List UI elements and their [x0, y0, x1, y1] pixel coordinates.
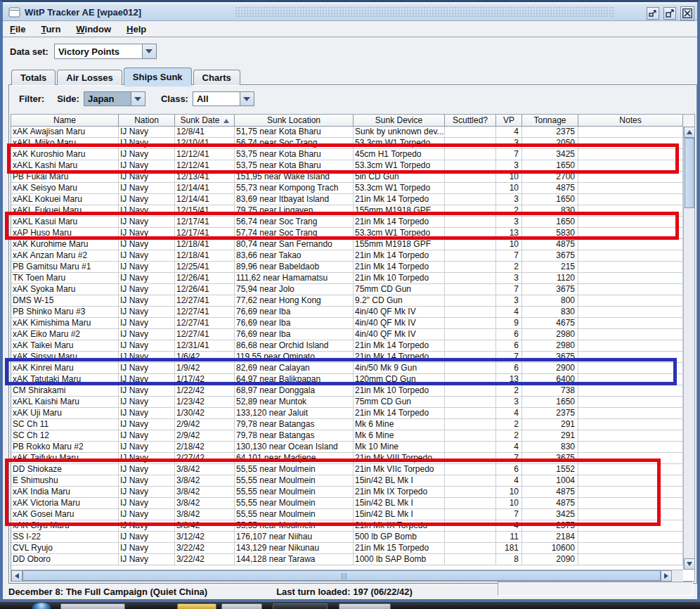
cell-location: 64,97 near Balikpapan [235, 374, 354, 385]
cell-name: xAKL Miiko Maru [11, 138, 119, 149]
column-header-device[interactable]: Sunk Device [354, 115, 445, 127]
cell-vp: 3 [496, 138, 522, 149]
table-row[interactable]: PB Shinko Maru #3IJ Navy12/27/4176,69 ne… [11, 307, 683, 318]
scroll-up-button[interactable] [684, 127, 695, 138]
table-row[interactable]: xAK Giyu MaruIJ Navy3/8/4255,55 near Mou… [11, 520, 683, 532]
dataset-combobox[interactable]: Victory Points [54, 44, 157, 59]
table-row[interactable]: DD OboroIJ Navy3/22/42144,128 near Taraw… [11, 554, 683, 565]
column-header-scuttled[interactable]: Scuttled? [445, 115, 496, 127]
cell-date: 12/17/41 [175, 228, 235, 239]
table-row[interactable]: xAK Gosei MaruIJ Navy3/8/4255,55 near Mo… [11, 509, 683, 520]
table-row[interactable]: DMS W-15IJ Navy12/27/4177,62 near Hong K… [11, 295, 683, 307]
side-combobox[interactable]: Japan [84, 91, 145, 106]
table-row[interactable]: xAKL Kasui MaruIJ Navy12/17/4156,74 near… [11, 217, 683, 228]
cell-nation: IJ Navy [119, 419, 175, 430]
cell-scuttled [445, 295, 496, 307]
scroll-right-button[interactable] [661, 570, 672, 582]
table-row[interactable]: xAP Huso MaruIJ Navy12/17/4157,74 near S… [11, 228, 683, 239]
table-row[interactable]: xAK Syoka MaruIJ Navy12/26/4175,94 near … [11, 284, 683, 295]
table-row[interactable]: PB Rokko Maru #2IJ Navy2/18/42130,130 ne… [11, 442, 683, 453]
tab-charts[interactable]: Charts [193, 70, 240, 85]
table-row[interactable]: xAK Victoria MaruIJ Navy3/8/4255,55 near… [11, 498, 683, 509]
table-row[interactable]: xAK Kuroshio MaruIJ Navy12/12/4153,75 ne… [11, 149, 683, 160]
class-dropdown-button[interactable] [240, 91, 254, 106]
vertical-scrollbar-thumb[interactable] [685, 138, 694, 208]
table-row[interactable]: xAKL Fukuei MaruIJ Navy12/15/4179,75 nea… [11, 205, 683, 217]
table-row[interactable]: xAK Eiko Maru #2IJ Navy12/27/4176,69 nea… [11, 329, 683, 340]
table-row[interactable]: CM ShirakamiIJ Navy1/22/4268,97 near Don… [11, 385, 683, 397]
table-row[interactable]: PB Gamitsu Maru #1IJ Navy12/25/4189,96 n… [11, 262, 683, 273]
minimize-button[interactable] [647, 7, 659, 20]
table-row[interactable]: PB Fukai MaruIJ Navy12/13/41151,95 near … [11, 172, 683, 183]
table-row[interactable]: xAK Kimishima MaruIJ Navy12/27/4176,69 n… [11, 318, 683, 329]
scroll-down-button[interactable] [684, 558, 695, 570]
column-header-name[interactable]: Name [11, 115, 119, 127]
table-row[interactable]: xAK Tatutaki MaruIJ Navy1/17/4264,97 nea… [11, 374, 683, 385]
tab-air-losses[interactable]: Air Losses [57, 70, 122, 85]
table-row[interactable]: xAK India MaruIJ Navy3/8/4255,55 near Mo… [11, 487, 683, 498]
column-header-location[interactable]: Sunk Location [235, 115, 354, 127]
cell-notes [578, 217, 683, 228]
tab-totals[interactable]: Totals [11, 70, 56, 85]
start-orb[interactable] [32, 603, 51, 609]
table-row[interactable]: CVL RyujoIJ Navy3/22/42143,129 near Niku… [11, 543, 683, 554]
cell-date: 1/6/42 [175, 352, 235, 363]
cell-vp: 4 [496, 127, 522, 138]
dataset-dropdown-button[interactable] [142, 44, 157, 59]
table-row[interactable]: xAK Taikei MaruIJ Navy12/31/4186,68 near… [11, 340, 683, 352]
close-button[interactable] [680, 6, 694, 20]
maximize-button[interactable] [663, 7, 676, 20]
horizontal-scrollbar-thumb[interactable] [22, 570, 661, 581]
table-row[interactable]: xAKL Miiko MaruIJ Navy12/10/4156,74 near… [11, 138, 683, 149]
cell-device: 75mm CD Gun [354, 284, 445, 295]
cell-notes [578, 464, 683, 475]
table-row[interactable]: SS I-22IJ Navy3/12/42176,107 near Niihau… [11, 532, 683, 543]
taskbar-button[interactable] [221, 603, 262, 609]
cell-vp: 7 [496, 509, 522, 520]
table-row[interactable]: xAK Anzan Maru #2IJ Navy12/18/4183,66 ne… [11, 250, 683, 262]
menu-window[interactable]: Window [76, 24, 111, 34]
class-combobox[interactable]: All [193, 91, 254, 106]
table-row[interactable]: E ShimushuIJ Navy3/8/4255,55 near Moulme… [11, 475, 683, 487]
scroll-left-button[interactable] [11, 570, 22, 582]
column-header-vp[interactable]: VP [496, 115, 522, 127]
taskbar-button[interactable] [273, 603, 328, 609]
column-header-date[interactable]: Sunk Date [175, 115, 235, 127]
menu-file[interactable]: File [10, 24, 25, 34]
cell-nation: IJ Navy [119, 340, 175, 352]
column-header-notes[interactable]: Notes [578, 115, 683, 127]
table-row[interactable]: TK Toen MaruIJ Navy12/26/41111,62 near H… [11, 273, 683, 284]
menu-turn[interactable]: Turn [41, 24, 60, 34]
horizontal-scrollbar[interactable] [11, 570, 683, 581]
table-row[interactable]: xAKL Kokuei MaruIJ Navy12/14/4183,69 nea… [11, 194, 683, 205]
table-row[interactable]: xAK Seisyo MaruIJ Navy12/14/4155,73 near… [11, 183, 683, 194]
taskbar-button[interactable] [60, 603, 125, 609]
table-row[interactable]: xAK Awajisan MaruIJ Navy12/8/4151,75 nea… [11, 127, 683, 138]
taskbar[interactable] [0, 602, 700, 609]
cell-scuttled [445, 172, 496, 183]
taskbar-button[interactable] [339, 603, 391, 609]
column-header-nation[interactable]: Nation [119, 115, 175, 127]
column-header-tonnage[interactable]: Tonnage [522, 115, 578, 127]
cell-tonnage: 4675 [522, 318, 578, 329]
table-row[interactable]: xAK Uji MaruIJ Navy1/30/42133,120 near J… [11, 408, 683, 419]
title-bar[interactable]: WitP Tracker AE [wpae012] [3, 4, 697, 21]
side-dropdown-button[interactable] [131, 91, 145, 106]
table-header: NameNationSunk DateSunk LocationSunk Dev… [11, 115, 694, 127]
table-row[interactable]: xAK Kurohime MaruIJ Navy12/18/4180,74 ne… [11, 239, 683, 250]
table-row[interactable]: xAK Kinrei MaruIJ Navy1/9/4282,69 near C… [11, 363, 683, 374]
menu-help[interactable]: Help [127, 24, 146, 34]
cell-vp: 181 [496, 543, 522, 554]
table-row[interactable]: xAK Sinsyu MaruIJ Navy1/6/42119,55 near … [11, 352, 683, 363]
vertical-scrollbar[interactable] [683, 127, 694, 570]
table-row[interactable]: xAKL Kashi MaruIJ Navy12/12/4153,75 near… [11, 160, 683, 172]
table-row[interactable]: xAKL Kaishi MaruIJ Navy1/23/4252,89 near… [11, 397, 683, 408]
status-bar: December 8: The Full Campaign (Quiet Chi… [3, 584, 697, 599]
taskbar-button[interactable] [177, 603, 216, 609]
tab-ships-sunk[interactable]: Ships Sunk [124, 68, 192, 85]
table-row[interactable]: DD ShiokazeIJ Navy3/8/4255,55 near Moulm… [11, 464, 683, 475]
cell-notes [578, 318, 683, 329]
table-row[interactable]: xAK Taifuku MaruIJ Navy2/27/4264,101 nea… [11, 453, 683, 464]
table-row[interactable]: SC Ch 11IJ Navy2/9/4279,78 near Batangas… [11, 419, 683, 430]
table-row[interactable]: SC Ch 12IJ Navy2/9/4279,78 near Batangas… [11, 430, 683, 442]
